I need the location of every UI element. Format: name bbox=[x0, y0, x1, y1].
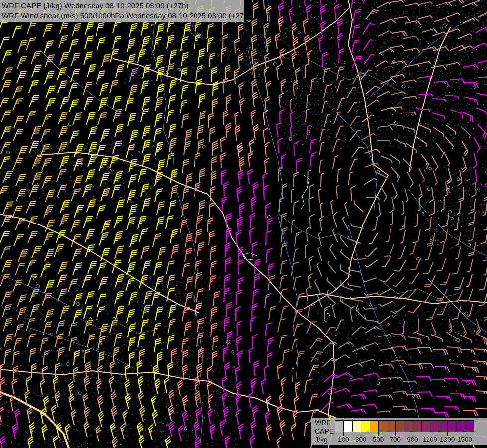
legend-cell bbox=[456, 421, 465, 432]
legend-cell bbox=[422, 421, 430, 432]
legend-tick-mark bbox=[395, 431, 396, 436]
legend-cell bbox=[465, 421, 474, 432]
legend-tick-mark bbox=[378, 431, 379, 436]
legend-tick-mark bbox=[430, 431, 430, 436]
title-line-cape: WRF CAPE (J/kg) Wednesday 08-10-2025 03:… bbox=[2, 1, 242, 11]
legend-cell bbox=[396, 421, 404, 432]
cape-legend: WRF CAPE J/kg 10030050070090011001300150… bbox=[311, 418, 487, 445]
legend-label-model: WRF bbox=[315, 419, 334, 427]
legend-cell bbox=[370, 421, 379, 432]
wrf-weather-map-page: WRF CAPE (J/kg) Wednesday 08-10-2025 03:… bbox=[0, 0, 487, 448]
legend-cell bbox=[448, 421, 456, 432]
title-line-windshear: WRF Wind shear (m/s) 500/1000hPa Wednesd… bbox=[2, 11, 242, 21]
legend-cell bbox=[344, 421, 352, 432]
legend-cell bbox=[361, 421, 370, 432]
legend-label-variable: CAPE bbox=[315, 427, 334, 436]
legend-tick-mark bbox=[465, 431, 465, 436]
legend-tick-mark bbox=[343, 431, 344, 436]
legend-cell bbox=[379, 421, 387, 432]
legend-tick-mark bbox=[447, 431, 448, 436]
legend-tick-mark bbox=[361, 431, 361, 436]
title-box: WRF CAPE (J/kg) Wednesday 08-10-2025 03:… bbox=[0, 0, 244, 22]
legend-cell bbox=[387, 421, 395, 432]
legend-cell bbox=[404, 421, 413, 432]
legend-tick-mark bbox=[413, 431, 413, 436]
legend-cell bbox=[413, 421, 422, 432]
legend-cell bbox=[430, 421, 439, 432]
legend-colorbar bbox=[335, 420, 474, 432]
legend-cell bbox=[353, 421, 361, 432]
map-canvas bbox=[0, 0, 487, 448]
legend-tick-label: 1500 bbox=[453, 436, 477, 443]
legend-cell bbox=[335, 421, 344, 432]
legend-cell bbox=[439, 421, 448, 432]
